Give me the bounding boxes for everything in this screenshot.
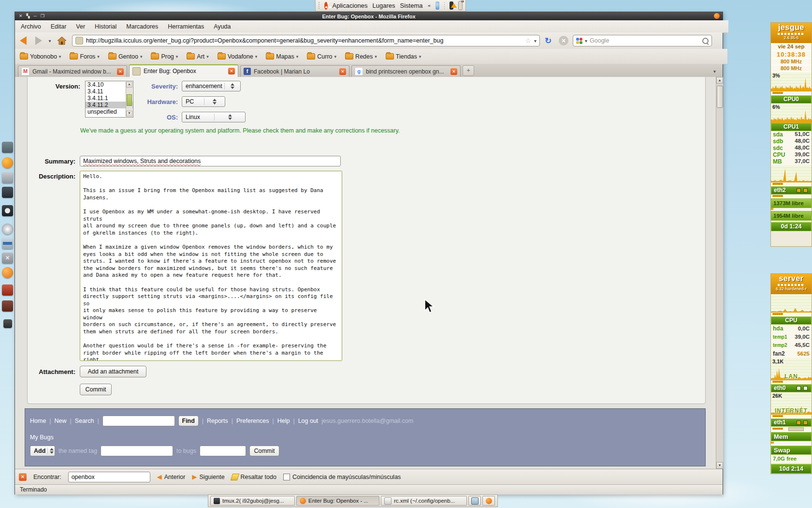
panel-drag-handle[interactable] — [319, 2, 319, 10]
swap-banner[interactable]: Swap — [771, 446, 812, 455]
find-previous-button[interactable]: ◀Anterior — [157, 473, 186, 480]
bookmark-folder-tiendas[interactable]: Tiendas▾ — [386, 53, 421, 60]
panel-drag-handle[interactable] — [444, 2, 445, 10]
search-box[interactable]: ▾ Google — [573, 35, 712, 46]
dock-icon-paint[interactable] — [2, 172, 13, 183]
menu-marcadores[interactable]: Marcadores — [126, 23, 158, 30]
dock-icon-red-app[interactable] — [2, 284, 13, 296]
places-menu[interactable]: Lugares — [373, 2, 395, 9]
forward-button[interactable] — [31, 36, 46, 45]
search-engine-dropdown-icon[interactable]: ▾ — [585, 38, 587, 44]
search-placeholder[interactable]: Google — [590, 37, 700, 44]
cpu1-banner[interactable]: CPU1 — [771, 123, 812, 131]
system-menu[interactable]: Sistema — [400, 2, 423, 9]
dock-icon-cd-burner[interactable] — [2, 224, 13, 235]
hardware-select[interactable]: PC — [182, 96, 225, 107]
footer-link-help[interactable]: Help — [277, 418, 290, 424]
description-textarea[interactable]: Hello. This is an issue I bring from the… — [80, 171, 342, 361]
new-tab-button[interactable]: ＋ — [463, 65, 474, 76]
severity-select[interactable]: enhancement — [182, 81, 241, 91]
scroll-up-icon[interactable]: ▲ — [716, 77, 723, 84]
menu-herramientas[interactable]: Herramientas — [168, 23, 204, 30]
my-bugs-link[interactable]: My Bugs — [30, 434, 54, 441]
tab-bind-printscreen[interactable]: g bind printscreen openbox gn... ✕ — [351, 65, 461, 77]
commit-button[interactable]: Commit — [80, 384, 112, 395]
dock-icon-package[interactable] — [2, 300, 13, 312]
history-dropdown-icon[interactable]: ▾ — [46, 38, 54, 44]
os-select[interactable]: Linux — [182, 112, 246, 122]
footer-link-reports[interactable]: Reports — [207, 418, 228, 424]
update-notifier-icon[interactable] — [435, 1, 439, 10]
clipboard-icon[interactable] — [458, 1, 463, 10]
dock-icon-camera[interactable] — [2, 142, 13, 153]
page-scrollbar[interactable]: ▲ ▼ — [716, 77, 723, 469]
dock-icon-terminal[interactable] — [2, 187, 13, 198]
menu-ver[interactable]: Ver — [76, 23, 85, 30]
bookmark-folder-art[interactable]: Art▾ — [187, 53, 209, 60]
tag-commit-button[interactable]: Commit — [249, 446, 279, 456]
window-titlebar[interactable]: ✕ ▚ ─ ❒ Enter Bug: Openbox - Mozilla Fir… — [15, 12, 723, 20]
tag-bugs-input[interactable] — [200, 446, 246, 456]
checkbox-icon[interactable] — [283, 474, 290, 480]
tab-facebook[interactable]: f Facebook | Marian Lo ✕ — [240, 65, 349, 77]
bookmark-folder-prog[interactable]: Prog▾ — [151, 53, 178, 60]
tag-action-select[interactable]: Add — [30, 446, 55, 456]
findbar-close-icon[interactable]: ✕ — [19, 473, 27, 481]
url-dropdown-icon[interactable]: ▾ — [534, 38, 536, 44]
cpu0-banner[interactable]: CPU0 — [771, 95, 812, 104]
dock-icon-clock[interactable] — [2, 205, 13, 216]
alert-monitor-icon[interactable] — [450, 1, 453, 10]
tab-gmail[interactable]: M Gmail - Maximized window b... ✕ — [18, 65, 127, 77]
menu-historial[interactable]: Historial — [95, 23, 116, 30]
footer-link-preferences[interactable]: Preferences — [236, 418, 269, 424]
highlight-all-button[interactable]: Resaltar todo — [232, 474, 276, 480]
find-button[interactable]: Find — [178, 416, 199, 426]
taskbar-item-firefox[interactable]: Enter Bug: Openbox - ... — [296, 496, 379, 506]
taskbar-item-firefox2[interactable] — [482, 496, 495, 506]
taskbar-item-screen[interactable] — [468, 496, 481, 506]
stop-button[interactable]: ✕ — [556, 36, 571, 45]
menu-ayuda[interactable]: Ayuda — [214, 23, 231, 30]
find-next-button[interactable]: ▶Siguiente — [192, 473, 224, 480]
tab-close-icon[interactable]: ✕ — [117, 68, 124, 75]
back-button[interactable] — [15, 36, 31, 45]
footer-link-home[interactable]: Home — [30, 418, 46, 424]
mem-banner[interactable]: Mem — [771, 432, 812, 441]
taskbar-item-tmux[interactable]: tmux.2( i92guboj@jesg... — [210, 496, 295, 506]
quick-search-input[interactable] — [102, 416, 175, 426]
bookmark-folder-gentoo[interactable]: Gentoo▾ — [108, 53, 143, 60]
tag-name-input[interactable] — [101, 446, 173, 456]
gkrellm-header[interactable]: jesgue 2.6.35-5 — [771, 23, 812, 43]
bookmark-folder-vodafone[interactable]: Vodafone▾ — [218, 53, 257, 60]
bookmark-folder-curro[interactable]: Curro▾ — [307, 53, 336, 60]
dock-icon-utility[interactable] — [3, 319, 12, 328]
bookmark-folder-mapas[interactable]: Mapas▾ — [266, 53, 298, 60]
krell-slider[interactable] — [771, 427, 812, 432]
search-magnifier-icon[interactable] — [702, 38, 709, 44]
scrollbar-thumb[interactable] — [717, 86, 723, 108]
tab-close-icon[interactable]: ✕ — [450, 68, 457, 75]
tab-enter-bug[interactable]: Enter Bug: Openbox ✕ — [129, 64, 238, 77]
url-text[interactable]: http://bugzilla.icculus.org/enter_bug.cg… — [86, 37, 522, 44]
footer-link-logout[interactable]: Log out — [298, 418, 319, 424]
taskbar-item-editor[interactable]: rc.xml (~/.config/openb... — [381, 496, 467, 506]
dock-icon-music-player[interactable] — [2, 157, 13, 168]
volume-icon[interactable] — [428, 2, 431, 10]
bookmark-star-icon[interactable]: ☆ — [525, 37, 531, 45]
tab-close-icon[interactable]: ✕ — [228, 68, 235, 75]
tab-overflow-icon[interactable]: ▾ — [713, 69, 716, 74]
bookmark-folder-foros[interactable]: Foros▾ — [70, 53, 99, 60]
reload-button[interactable]: ↻ — [540, 36, 556, 46]
ubuntu-menu-icon[interactable] — [324, 2, 328, 10]
home-button[interactable] — [54, 36, 70, 45]
match-case-checkbox[interactable]: Coincidencia de mayúsculas/minúsculas — [283, 474, 401, 480]
dock-icon-editor[interactable]: ✕ — [2, 253, 13, 264]
scroll-down-icon[interactable]: ▼ — [716, 462, 723, 469]
gkrellm-header[interactable]: server 6.32-hardened-r — [771, 274, 812, 294]
menu-editar[interactable]: Editar — [51, 23, 67, 30]
bookmark-folder-redes[interactable]: Redes▾ — [345, 53, 377, 60]
footer-link-new[interactable]: New — [55, 418, 67, 424]
menu-archivo[interactable]: Archivo — [21, 23, 41, 30]
tab-close-icon[interactable]: ✕ — [339, 68, 346, 75]
cpu-banner[interactable]: CPU — [771, 316, 812, 325]
